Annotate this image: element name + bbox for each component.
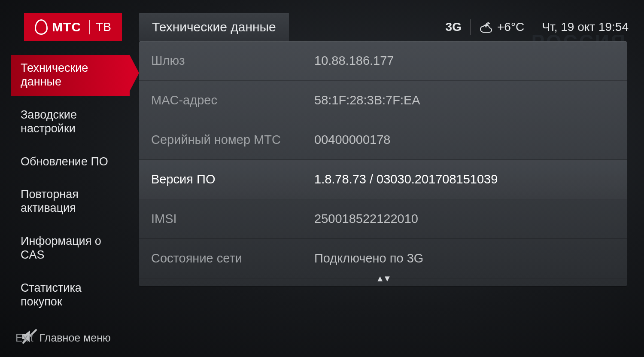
row-value: 58:1F:28:3B:7F:EA — [314, 93, 420, 107]
temperature-value: +6°C — [497, 20, 524, 34]
footer-hint: Exit Главное меню — [15, 332, 111, 344]
sidebar-item-label: Технические данные — [21, 61, 88, 88]
status-separator — [470, 19, 471, 35]
technical-data-panel: Шлюз 10.88.186.177 MAC-адрес 58:1F:28:3B… — [139, 41, 627, 286]
sidebar-item-label: Обновление ПО — [21, 155, 108, 168]
row-network-state: Состояние сети Подключено по 3G — [139, 239, 627, 278]
row-value: 00400000178 — [314, 133, 390, 147]
row-value: Подключено по 3G — [314, 251, 423, 265]
row-label: MAC-адрес — [151, 93, 314, 107]
row-mac-address: MAC-адрес 58:1F:28:3B:7F:EA — [139, 81, 627, 120]
sidebar-item-label: Информация о CAS — [21, 235, 101, 261]
sidebar-item-tech-data[interactable]: Технические данные — [11, 55, 130, 96]
brand-name: МТС — [52, 20, 81, 34]
mts-egg-icon — [35, 19, 48, 35]
row-gateway: Шлюз 10.88.186.177 — [139, 41, 627, 81]
scroll-up-down-icon[interactable]: ▲▼ — [376, 274, 390, 284]
sidebar-item-label: Статистика покупок — [21, 281, 82, 308]
connection-badge: 3G — [446, 20, 462, 34]
row-value: 250018522122010 — [314, 212, 418, 226]
sidebar-item-cas-info[interactable]: Информация о CAS — [11, 228, 130, 269]
sidebar-item-factory-reset[interactable]: Заводские настройки — [11, 102, 130, 143]
sidebar: Технические данные Заводские настройки О… — [11, 55, 130, 345]
sidebar-item-label: Заводские настройки — [21, 108, 77, 135]
cloud-night-icon — [479, 21, 493, 33]
sidebar-item-label: Повторная активация — [21, 188, 79, 214]
row-label: Серийный номер МТС — [151, 133, 314, 147]
header-bar: МТС ТВ Технические данные 3G +6°C Чт, 19… — [0, 13, 644, 41]
status-separator — [533, 19, 533, 35]
brand-divider — [89, 20, 90, 34]
status-bar: 3G +6°C Чт, 19 окт 19:54 — [446, 13, 629, 41]
exit-destination-label: Главное меню — [39, 332, 111, 344]
sidebar-item-reactivation[interactable]: Повторная активация — [11, 181, 130, 222]
row-imsi: IMSI 250018522122010 — [139, 199, 627, 239]
brand-logo: МТС ТВ — [24, 13, 122, 41]
panel-title: Технические данные — [139, 13, 289, 41]
row-value: 10.88.186.177 — [314, 54, 394, 68]
row-software-version[interactable]: Версия ПО 1.8.78.73 / 03030.201708151039 — [139, 160, 627, 199]
sidebar-item-software-update[interactable]: Обновление ПО — [11, 149, 130, 175]
row-label: IMSI — [151, 212, 314, 226]
row-label: Шлюз — [151, 54, 314, 68]
brand-suffix: ТВ — [96, 20, 111, 34]
datetime-label: Чт, 19 окт 19:54 — [542, 20, 629, 34]
row-serial-number: Серийный номер МТС 00400000178 — [139, 120, 627, 160]
row-label: Состояние сети — [151, 251, 314, 265]
row-value: 1.8.78.73 / 03030.201708151039 — [314, 172, 498, 186]
weather-widget: +6°C — [479, 20, 524, 34]
sidebar-item-purchase-stats[interactable]: Статистика покупок — [11, 275, 130, 316]
exit-key-label: Exit — [15, 332, 33, 344]
row-label: Версия ПО — [151, 172, 314, 186]
